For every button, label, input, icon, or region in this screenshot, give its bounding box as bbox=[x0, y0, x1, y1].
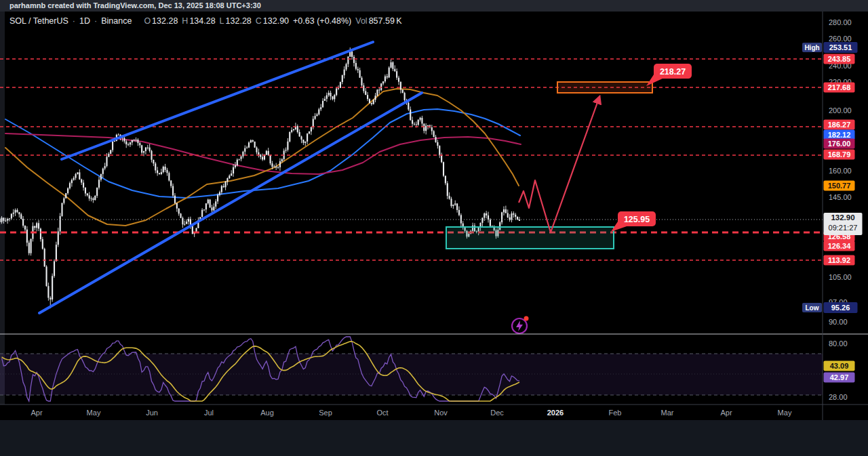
svg-text:Low: Low bbox=[806, 304, 819, 312]
high-value: 134.28 bbox=[189, 16, 215, 26]
left-gutter bbox=[0, 12, 5, 405]
open-label: O bbox=[144, 16, 151, 26]
time-label-May: May bbox=[87, 409, 101, 417]
price-label-168.79: 168.79 bbox=[824, 150, 855, 160]
time-label-May: May bbox=[778, 409, 792, 417]
symbol-legend[interactable]: SOL / TetherUS · 1D · Binance O132.28 H1… bbox=[9, 16, 402, 26]
exchange-label: Binance bbox=[101, 16, 132, 26]
timeframe-label[interactable]: 1D bbox=[79, 16, 90, 26]
trendline-lower[interactable] bbox=[39, 93, 422, 313]
svg-text:43.09: 43.09 bbox=[830, 362, 849, 370]
svg-text:42.97: 42.97 bbox=[830, 373, 849, 381]
svg-text:217.68: 217.68 bbox=[828, 83, 851, 91]
open-value: 132.28 bbox=[152, 16, 178, 26]
time-label-2026: 2026 bbox=[547, 409, 564, 417]
price-projection-path[interactable] bbox=[519, 97, 599, 232]
high-label: H bbox=[182, 16, 188, 26]
low-label: L bbox=[220, 16, 224, 26]
price-label-43.09: 43.09 bbox=[824, 361, 855, 371]
price-label-42.97: 42.97 bbox=[824, 373, 855, 383]
time-label-Feb: Feb bbox=[609, 409, 622, 417]
time-label-Jun: Jun bbox=[146, 409, 158, 417]
high-badge: High253.51 bbox=[802, 42, 858, 53]
time-label-Apr: Apr bbox=[31, 409, 42, 417]
close-value: 132.90 bbox=[263, 16, 289, 26]
time-label-Oct: Oct bbox=[376, 409, 388, 417]
svg-text:160.00: 160.00 bbox=[829, 167, 852, 175]
price-label-186.27: 186.27 bbox=[824, 120, 855, 130]
symbol-title[interactable]: SOL / TetherUS bbox=[9, 16, 68, 26]
time-label-Jul: Jul bbox=[204, 409, 214, 417]
svg-text:High: High bbox=[804, 44, 819, 51]
svg-text:280.00: 280.00 bbox=[829, 18, 852, 26]
close-label: C bbox=[256, 16, 262, 26]
svg-text:182.12: 182.12 bbox=[828, 131, 851, 139]
price-label-150.77: 150.77 bbox=[824, 181, 855, 191]
separator-dot: · bbox=[94, 16, 97, 26]
svg-text:168.79: 168.79 bbox=[828, 150, 851, 159]
svg-text:125.95: 125.95 bbox=[624, 215, 650, 224]
svg-text:218.27: 218.27 bbox=[660, 67, 686, 77]
svg-text:80.00: 80.00 bbox=[829, 339, 848, 348]
time-label-Aug: Aug bbox=[260, 409, 274, 417]
svg-text:90.00: 90.00 bbox=[829, 318, 848, 326]
svg-text:145.00: 145.00 bbox=[829, 193, 852, 201]
candlestick-series bbox=[0, 47, 520, 308]
tradingview-chart-window: parhamnb created with TradingView.com, D… bbox=[0, 0, 868, 456]
volume-label: Vol bbox=[355, 16, 367, 26]
svg-text:95.26: 95.26 bbox=[831, 304, 850, 312]
supply-zone[interactable] bbox=[557, 82, 652, 93]
svg-text:105.00: 105.00 bbox=[829, 273, 852, 281]
low-value: 132.28 bbox=[226, 16, 252, 26]
change-value: +0.63 (+0.48%) bbox=[293, 16, 351, 26]
time-label-Mar: Mar bbox=[661, 409, 674, 417]
price-label-176.00: 176.00 bbox=[824, 139, 855, 149]
svg-text:28.00: 28.00 bbox=[829, 393, 848, 401]
svg-text:09:21:27: 09:21:27 bbox=[829, 224, 858, 232]
low-badge: Low95.26 bbox=[802, 302, 858, 313]
time-label-Dec: Dec bbox=[490, 409, 504, 417]
price-label-126.34: 126.34 bbox=[824, 241, 855, 251]
price-axis[interactable]: 280.00260.00240.00220.00200.00160.00145.… bbox=[802, 18, 863, 401]
flash-icon[interactable] bbox=[512, 316, 529, 334]
svg-text:243.85: 243.85 bbox=[828, 55, 851, 63]
price-label-217.68: 217.68 bbox=[824, 83, 855, 93]
svg-text:200.00: 200.00 bbox=[829, 106, 852, 115]
demand-zone[interactable] bbox=[446, 227, 614, 249]
price-label-243.85: 243.85 bbox=[824, 54, 855, 64]
volume-value: 857.59 K bbox=[369, 16, 402, 26]
callout-125.95[interactable]: 125.95 bbox=[611, 211, 656, 232]
svg-text:176.00: 176.00 bbox=[828, 140, 851, 148]
svg-text:260.00: 260.00 bbox=[829, 35, 852, 43]
svg-text:132.90: 132.90 bbox=[831, 213, 854, 222]
trendline-upper[interactable] bbox=[62, 42, 373, 159]
svg-text:113.92: 113.92 bbox=[828, 256, 850, 264]
time-label-Apr: Apr bbox=[720, 409, 732, 417]
callout-218.27[interactable]: 218.27 bbox=[646, 64, 692, 86]
time-label-Nov: Nov bbox=[434, 409, 448, 417]
time-axis[interactable]: AprMayJunJulAugSepOctNovDec2026FebMarApr… bbox=[31, 409, 791, 417]
svg-text:150.77: 150.77 bbox=[828, 182, 851, 190]
price-chart-canvas[interactable]: 218.27125.95280.00260.00240.00220.00200.… bbox=[0, 0, 868, 456]
svg-text:186.27: 186.27 bbox=[828, 121, 851, 129]
separator-dot: · bbox=[73, 16, 75, 26]
current-price-label: 132.9009:21:27 bbox=[824, 213, 863, 235]
svg-text:253.51: 253.51 bbox=[829, 43, 852, 51]
svg-text:126.34: 126.34 bbox=[828, 242, 852, 250]
price-label-113.92: 113.92 bbox=[824, 255, 855, 266]
time-label-Sep: Sep bbox=[319, 409, 332, 417]
price-label-182.12: 182.12 bbox=[824, 130, 855, 140]
